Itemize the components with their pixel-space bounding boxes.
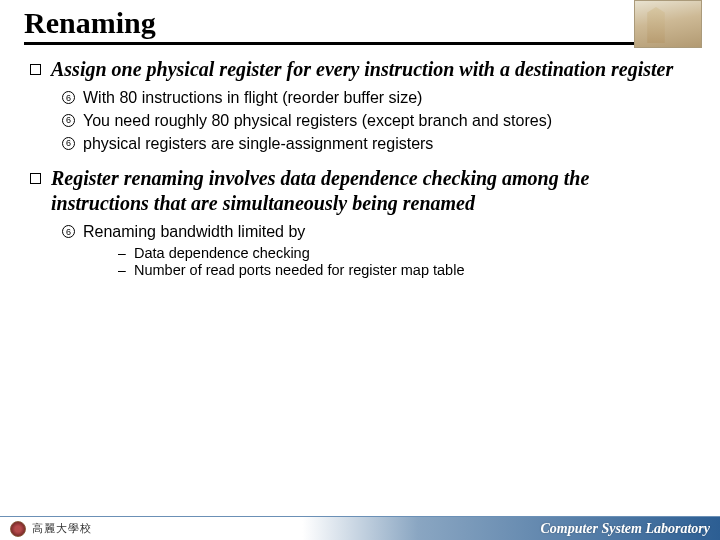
square-bullet-icon bbox=[30, 64, 41, 75]
dash-bullet-icon: – bbox=[118, 245, 128, 261]
bullet-text: Renaming bandwidth limited by bbox=[83, 222, 305, 243]
slide-footer: 高麗大學校 Computer System Laboratory bbox=[0, 516, 720, 540]
bullet-text: Number of read ports needed for register… bbox=[134, 262, 464, 278]
footer-right-text: Computer System Laboratory bbox=[540, 521, 710, 537]
bullet-text: With 80 instructions in flight (reorder … bbox=[83, 88, 422, 109]
circled-number-icon: 6 bbox=[62, 137, 75, 150]
bullet-level1: Register renaming involves data dependen… bbox=[30, 166, 690, 216]
dash-bullet-icon: – bbox=[118, 262, 128, 278]
bullet-level2: 6 physical registers are single-assignme… bbox=[62, 134, 690, 155]
circled-number-icon: 6 bbox=[62, 225, 75, 238]
bullet-text: Data dependence checking bbox=[134, 245, 310, 261]
sub-list: 6 Renaming bandwidth limited by – Data d… bbox=[62, 222, 690, 278]
bullet-text: You need roughly 80 physical registers (… bbox=[83, 111, 552, 132]
bullet-level2: 6 With 80 instructions in flight (reorde… bbox=[62, 88, 690, 109]
header-building-photo bbox=[634, 0, 702, 48]
slide: Renaming Assign one physical register fo… bbox=[0, 0, 720, 540]
footer-left: 高麗大學校 bbox=[10, 521, 92, 537]
slide-title: Renaming bbox=[24, 6, 696, 40]
footer-left-text: 高麗大學校 bbox=[32, 521, 92, 536]
bullet-level2: 6 Renaming bandwidth limited by bbox=[62, 222, 690, 243]
circled-number-icon: 6 bbox=[62, 114, 75, 127]
square-bullet-icon bbox=[30, 173, 41, 184]
bullet-text: Register renaming involves data dependen… bbox=[51, 166, 690, 216]
circled-number-icon: 6 bbox=[62, 91, 75, 104]
bullet-level3: – Number of read ports needed for regist… bbox=[118, 262, 690, 278]
bullet-text: physical registers are single-assignment… bbox=[83, 134, 433, 155]
slide-content: Assign one physical register for every i… bbox=[0, 45, 720, 278]
university-crest-icon bbox=[10, 521, 26, 537]
bullet-text: Assign one physical register for every i… bbox=[51, 57, 673, 82]
bullet-level1: Assign one physical register for every i… bbox=[30, 57, 690, 82]
sub-list: 6 With 80 instructions in flight (reorde… bbox=[62, 88, 690, 154]
slide-header: Renaming bbox=[0, 0, 720, 45]
bullet-level2: 6 You need roughly 80 physical registers… bbox=[62, 111, 690, 132]
sub-sub-list: – Data dependence checking – Number of r… bbox=[118, 245, 690, 278]
title-underline bbox=[24, 42, 634, 45]
bullet-level3: – Data dependence checking bbox=[118, 245, 690, 261]
